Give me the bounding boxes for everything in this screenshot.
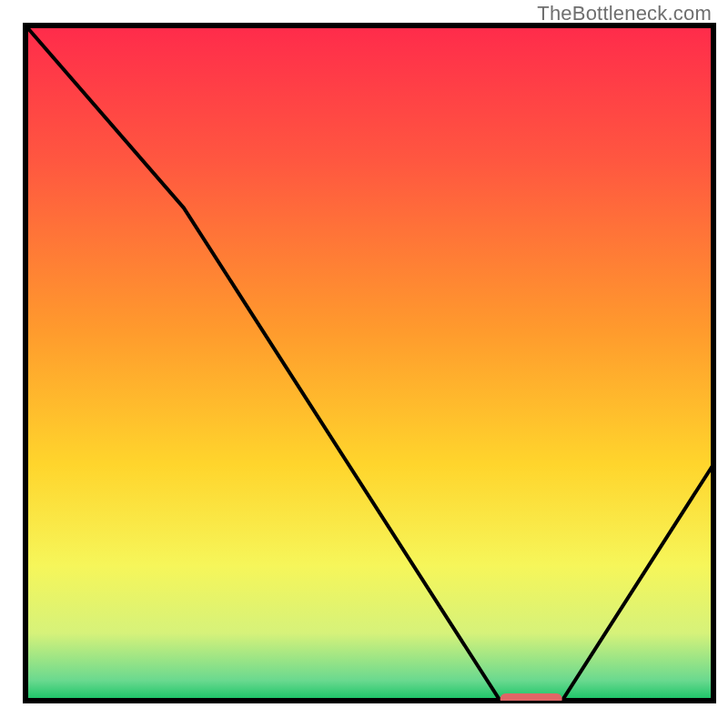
gradient-background — [25, 25, 713, 701]
chart-container: TheBottleneck.com — [0, 0, 728, 728]
watermark-label: TheBottleneck.com — [537, 2, 712, 25]
chart-svg — [0, 0, 728, 728]
